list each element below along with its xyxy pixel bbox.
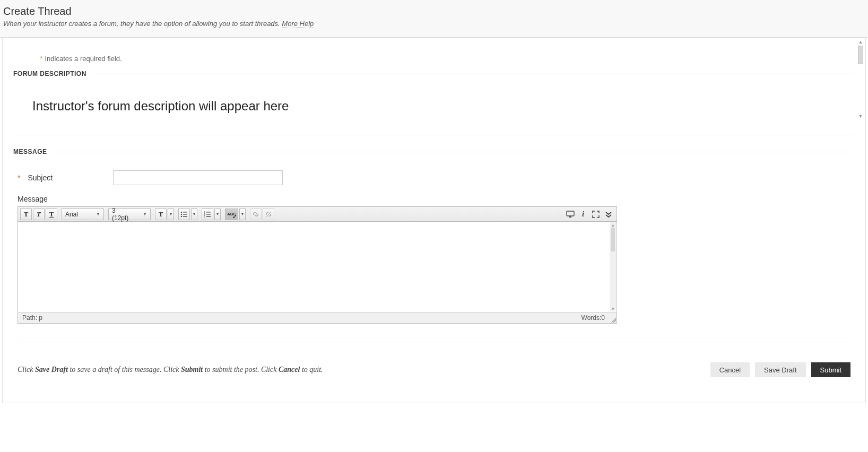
footer-row: Click Save Draft to save a draft of this…: [13, 362, 855, 392]
footer-submit-bold: Submit: [181, 366, 203, 373]
link-icon: [252, 211, 259, 218]
bold-icon: T: [24, 210, 29, 219]
footer-text-4: to quit.: [300, 366, 323, 373]
check-icon: ✓: [232, 213, 237, 220]
text-color-icon: T: [159, 210, 163, 219]
footer-text-1: Click: [18, 366, 35, 373]
bold-button[interactable]: T: [20, 208, 32, 220]
bullet-list-dropdown[interactable]: ▾: [191, 208, 197, 220]
unlink-button[interactable]: [263, 208, 274, 220]
underline-icon: T: [49, 210, 54, 219]
bullet-list-icon: [180, 211, 188, 218]
bullet-list-button[interactable]: [178, 208, 190, 220]
required-star-icon: *: [18, 173, 20, 182]
svg-rect-11: [206, 216, 211, 217]
font-size-select[interactable]: 3 (12pt) ▼: [108, 208, 151, 220]
underline-button[interactable]: T: [46, 208, 57, 220]
fullscreen-icon: [592, 211, 600, 218]
italic-button[interactable]: T: [33, 208, 45, 220]
numbered-list-icon: 1 2 3: [204, 211, 211, 218]
path-value: p: [39, 314, 42, 321]
more-help-link[interactable]: More Help: [282, 20, 314, 28]
svg-rect-1: [183, 212, 187, 213]
scroll-thumb[interactable]: [611, 228, 615, 251]
numbered-list-button[interactable]: 1 2 3: [202, 208, 213, 220]
message-section-header: MESSAGE: [13, 148, 855, 155]
monitor-icon: [566, 211, 575, 218]
text-color-button[interactable]: T: [155, 208, 167, 220]
footer-text-2: to save a draft of this message. Click: [68, 366, 181, 373]
footer-cancel-bold: Cancel: [279, 366, 300, 373]
message-section-title: MESSAGE: [13, 148, 51, 155]
fullscreen-button[interactable]: [590, 208, 602, 220]
scroll-thumb[interactable]: [858, 46, 863, 64]
font-family-value: Arial: [65, 211, 78, 218]
font-family-select[interactable]: Arial ▼: [62, 208, 104, 220]
page-subtitle-text: When your instructor creates a forum, th…: [3, 20, 282, 28]
editor-word-count: Words:0: [581, 314, 605, 321]
cancel-button[interactable]: Cancel: [710, 362, 750, 377]
chevron-double-down-icon: [605, 211, 612, 218]
words-prefix: Words:: [581, 314, 602, 321]
svg-rect-7: [206, 212, 211, 213]
font-size-value: 3 (12pt): [112, 207, 133, 222]
editor-path: Path: p: [22, 314, 42, 321]
chevron-down-icon: ▼: [143, 212, 147, 216]
save-draft-button[interactable]: Save Draft: [755, 362, 805, 377]
required-field-note: *Indicates a required field.: [40, 54, 855, 63]
svg-rect-13: [567, 211, 574, 216]
rich-text-editor: T T T Arial ▼ 3 (12pt) ▼ T ▾: [18, 206, 617, 324]
editor-footer: Path: p Words:0: [18, 312, 617, 323]
text-color-dropdown[interactable]: ▾: [168, 208, 174, 220]
unlink-icon: [265, 211, 272, 218]
required-note-text: Indicates a required field.: [45, 55, 121, 63]
words-value: 0: [601, 314, 605, 321]
numbered-list-dropdown[interactable]: ▾: [214, 208, 221, 220]
link-button[interactable]: [250, 208, 262, 220]
subject-row: * Subject: [18, 170, 855, 185]
submit-button[interactable]: Submit: [811, 362, 850, 377]
subject-input[interactable]: [113, 170, 283, 185]
editor-scrollbar[interactable]: ▴ ▾: [610, 222, 616, 311]
svg-rect-5: [183, 216, 187, 217]
help-button[interactable]: i: [577, 208, 589, 220]
spellcheck-button[interactable]: ABC ✓: [225, 208, 238, 220]
panel-scrollbar[interactable]: ▲ ▼: [857, 39, 864, 119]
footer-text-3: to submit the post. Click: [203, 366, 279, 373]
scroll-down-icon: ▾: [612, 306, 614, 311]
page-header: Create Thread When your instructor creat…: [0, 0, 868, 38]
page-subtitle: When your instructor creates a forum, th…: [3, 20, 865, 28]
section-divider: [91, 74, 855, 74]
subject-label-wrap: * Subject: [18, 173, 113, 182]
footer-help-text: Click Save Draft to save a draft of this…: [18, 366, 323, 374]
svg-point-4: [181, 215, 182, 216]
spellcheck-dropdown[interactable]: ▾: [239, 208, 246, 220]
scroll-up-icon: ▲: [858, 39, 863, 45]
editor-toolbar: T T T Arial ▼ 3 (12pt) ▼ T ▾: [18, 207, 617, 222]
svg-text:3: 3: [204, 215, 205, 218]
info-icon: i: [582, 210, 584, 219]
italic-icon: T: [37, 210, 41, 219]
svg-rect-14: [569, 216, 571, 218]
expand-toolbar-button[interactable]: [603, 208, 614, 220]
message-label: Message: [18, 195, 855, 203]
footer-buttons: Cancel Save Draft Submit: [710, 362, 850, 377]
divider: [13, 135, 855, 135]
path-prefix: Path:: [22, 314, 39, 321]
section-divider: [51, 152, 855, 152]
divider: [18, 343, 850, 343]
forum-description-text: Instructor's forum description will appe…: [32, 99, 855, 114]
preview-button[interactable]: [565, 208, 576, 220]
footer-savedraft-bold: Save Draft: [35, 366, 68, 373]
resize-grip-icon[interactable]: [610, 316, 616, 323]
forum-description-header: FORUM DESCRIPTION: [13, 70, 855, 77]
content-panel: ▲ ▼ *Indicates a required field. FORUM D…: [2, 38, 866, 403]
page-title: Create Thread: [3, 5, 865, 18]
scroll-up-icon: ▴: [612, 222, 614, 228]
svg-point-2: [181, 213, 182, 214]
editor-content-area[interactable]: ▴ ▾: [18, 222, 617, 312]
svg-rect-3: [183, 214, 187, 215]
scroll-down-icon: ▼: [858, 114, 863, 119]
svg-point-0: [181, 211, 182, 212]
chevron-down-icon: ▼: [96, 212, 100, 216]
